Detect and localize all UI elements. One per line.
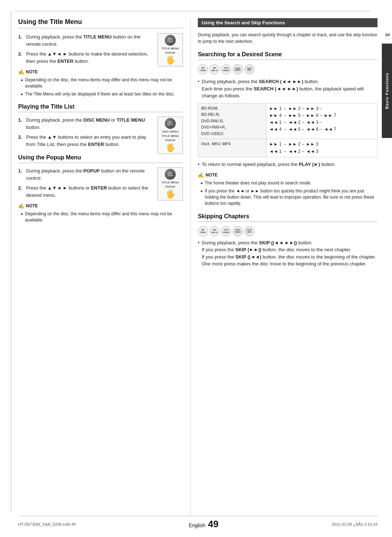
speed-values-2: ►► 1 → ►► 2→ ►► 3 ◄◄ 1 → ◄◄ 2→ ◄◄ 3 [266,139,377,157]
popup-step-1: 1. During playback, press the POPUP butt… [18,167,154,182]
left-border [11,11,11,512]
bd-rom-icon: BDROM [198,64,208,74]
popup-label-3: POPUP [165,185,175,188]
skip-chapters-heading: Skipping Chapters [198,213,377,222]
scene-bullet-1: During playback, press the SEARCH (◄◄ ►►… [198,78,377,99]
title-menu-label-2: TITLE MENU [162,134,179,138]
desired-scene-bullets: During playback, press the SEARCH (◄◄ ►►… [198,78,377,99]
disc-menu-label: DISC MENU [162,130,179,133]
skip-dvd-video-icon-wrap: DVDVIDEO [221,226,231,236]
footer-file: HT-D6730W_XAA_0208.indd 49 [18,522,75,526]
search-skip-heading: Using the Search and Skip Functions [198,18,377,27]
skip-dvdrw-icon: DVD±RW/±R [233,226,243,236]
speed-row-2: DivX, MKV, MP4 ►► 1 → ►► 2→ ►► 3 ◄◄ 1 → … [198,139,377,157]
note-title-2: ✍ NOTE [18,203,154,209]
scene-bullet-2: To return to normal speed playback, pres… [198,161,377,168]
footer: HT-D6730W_XAA_0208.indd 49 English 49 20… [18,516,377,530]
note-item-2: The Title Menu will only be displayed if… [21,91,183,97]
footer-date: 2011-02-09 ¿ÀÃû 3:16:24 [331,522,377,526]
search-note-2: If you press the ◄◄ or ►► button too qui… [201,188,377,206]
search-skip-intro: During playback, you can search quickly … [198,32,377,45]
dvdrw-icon-wrap: DVD±RW/±R [233,64,243,74]
popup-note: ✍ NOTE Depending on the disc, the menu i… [18,203,183,223]
hand-icon-2: 🖐 [166,143,175,152]
note-icon-1: ✍ [18,69,24,75]
title-list-step-1: 1. During playback, press the DISC MENU … [18,117,154,131]
sidebar-chapter: 04 [385,33,390,37]
note-icon-3: ✍ [198,172,204,178]
page-number-wrap: English 49 [189,518,219,530]
desired-scene-section: Searching for a Desired Scene BDROM BDRE… [198,51,377,207]
speed-label-2: DivX, MKV, MP4 [198,139,266,157]
note-item-1: Depending on the disc, the menu items ma… [21,77,183,89]
title-menu-note: ✍ NOTE Depending on the disc, the menu i… [18,69,183,97]
right-column: Using the Search and Skip Functions Duri… [191,18,377,515]
title-menu-step-1: 1. During playback, press the TITLE MENU… [18,33,154,48]
bd-rom-icon-wrap: BDROM [198,64,208,74]
skip-dvdrw-icon-wrap: DVD±RW/±R [233,226,243,236]
popup-menu-heading: Using the Popup Menu [18,154,183,163]
sidebar-label: Basic Functions [385,73,389,109]
skip-bd-rom-icon: BDROM [198,226,208,236]
title-menu-note-list: Depending on the disc, the menu items ma… [18,77,183,97]
disc-icons-row-1: BDROM BDRE/-R DVDVIDEO DVD±RW/±R DivX/MK… [198,64,377,74]
skip-bd-rom-icon-wrap: BDROM [198,226,208,236]
note-icon-2: ✍ [18,203,24,209]
top-border [15,11,370,11]
page-number: 49 [208,518,219,529]
bd-rom-disc-icon: BDROM [165,169,176,180]
speed-label-1: BD-ROM,BD-RE/-R,DVD-RW/-R,DVD+RW/+R,DVD-… [198,103,266,139]
title-menu-step-2: 2. Press the ▲▼◄ ► buttons to make the d… [18,50,154,65]
skip-bd-rer-icon: BDRE/-R [209,226,220,236]
bd-rer-icon-wrap: BDRE/-R [209,64,220,74]
bd-rer-icon: BDRE/-R [209,64,220,74]
title-list-heading: Playing the Title List [18,103,183,112]
speed-values-1: ►► 1 → ►► 2→ ►► 3→ ►► 4 → ►► 5→ ►► 6→ ►►… [266,103,377,139]
skip-dvd-video-icon: DVDVIDEO [221,226,231,236]
skip-divx-icon-wrap: DivX/MKV [244,226,254,236]
remote-image-title-menu: DVDVIDEO TITLE MENU POPUP 🖐 [158,33,183,66]
popup-label: POPUP [165,51,175,54]
title-list-step-2: 2. Press the ▲▼ buttons to select an ent… [18,134,154,148]
desired-scene-heading: Searching for a Desired Scene [198,51,377,60]
note-title-1: ✍ NOTE [18,69,154,75]
sidebar-tab: Basic Functions [382,44,392,138]
speed-row-1: BD-ROM,BD-RE/-R,DVD-RW/-R,DVD+RW/+R,DVD-… [198,103,377,139]
bd-rer-disc-icon: BDRE/-R [165,118,176,129]
search-note-1: The home theater does not play sound in … [201,180,377,186]
skip-bullet-1: During playback, press the SKIP (|◄◄ ►►|… [198,239,377,268]
content-wrapper: Using the Title Menu DVDVIDEO TITLE MENU… [18,18,377,515]
popup-step-2: 2. Press the ▲▼◄ ► buttons or ENTER butt… [18,184,154,199]
remote-image-popup: BDROM TITLE MENU POPUP 🖐 [158,167,183,200]
search-note-list: The home theater does not play sound in … [198,180,377,206]
title-menu-label: TITLE MENU [162,47,179,50]
skip-divx-icon: DivX/MKV [244,226,254,236]
dvd-video-disc-icon: DVDVIDEO [165,35,176,46]
speed-table: BD-ROM,BD-RE/-R,DVD-RW/-R,DVD+RW/+R,DVD-… [198,103,377,157]
dvd-video-icon: DVDVIDEO [221,64,231,74]
left-column: Using the Title Menu DVDVIDEO TITLE MENU… [18,18,191,515]
popup-menu-section: Using the Popup Menu BDROM TITLE MENU PO… [18,154,183,223]
title-menu-label-3: TITLE MENU [162,181,179,184]
skip-bd-rer-icon-wrap: BDRE/-R [209,226,220,236]
search-note: ✍ NOTE The home theater does not play so… [198,172,377,206]
title-menu-heading: Using the Title Menu [18,18,183,28]
desired-scene-bullets-2: To return to normal speed playback, pres… [198,161,377,168]
hand-icon: 🖐 [166,56,175,65]
title-list-section: Playing the Title List BDRE/-R DISC MENU… [18,103,183,148]
popup-note-list: Depending on the disc, the menu items ma… [18,211,183,223]
divx-icon: DivX/MKV [244,64,254,74]
disc-icons-row-2: BDROM BDRE/-R DVDVIDEO DVD±RW/±R DivX/MK… [198,226,377,236]
remote-image-title-list: BDRE/-R DISC MENU TITLE MENU POPUP 🖐 [158,117,183,154]
popup-label-2: POPUP [165,139,175,142]
title-menu-section: Using the Title Menu DVDVIDEO TITLE MENU… [18,18,183,97]
dvdrw-icon: DVD±RW/±R [233,64,243,74]
note-title-3: ✍ NOTE [198,172,377,178]
divx-icon-wrap: DivX/MKV [244,64,254,74]
hand-icon-3: 🖐 [166,190,175,199]
popup-note-item-1: Depending on the disc, the menu items ma… [21,211,183,223]
skip-chapters-section: Skipping Chapters BDROM BDRE/-R DVDVIDEO… [198,213,377,268]
page-language: English [189,522,205,528]
dvd-video-icon-wrap: DVDVIDEO [221,64,231,74]
skip-chapters-bullets: During playback, press the SKIP (|◄◄ ►►|… [198,239,377,268]
